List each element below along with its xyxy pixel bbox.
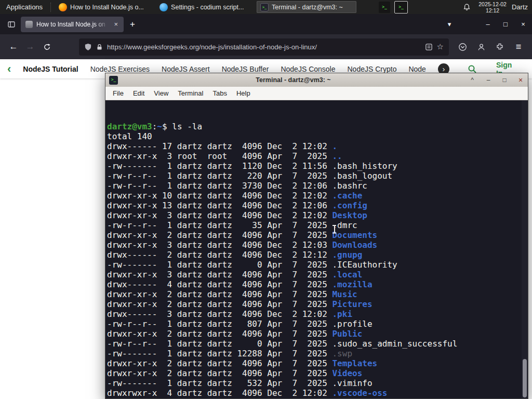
taskbar-button-codium[interactable]: Settings - codium script... bbox=[156, 1, 256, 13]
site-nav-item[interactable]: NodeJS Crypto bbox=[348, 65, 397, 73]
terminal-window: >_ Terminal - dartz@vm3: ~ ^ – □ × FileE… bbox=[105, 73, 528, 399]
terminal-close-button[interactable]: × bbox=[517, 76, 524, 84]
notification-bell-icon[interactable] bbox=[460, 3, 473, 11]
account-icon[interactable] bbox=[473, 39, 489, 55]
terminal-line: -rw-r--r-- 1 dartz dartz 220 Apr 7 2025 … bbox=[107, 171, 521, 181]
url-bar[interactable]: https://www.geeksforgeeks.org/node-js/in… bbox=[79, 38, 449, 56]
terminal-line: drwxrwxr-x 4 dartz dartz 4096 Dec 2 12:0… bbox=[107, 388, 521, 398]
site-nav-item[interactable]: NodeJS Exercises bbox=[90, 65, 150, 73]
back-button[interactable]: ← bbox=[5, 39, 22, 55]
terminal-line: drwxr-xr-x 13 dartz dartz 4096 Dec 2 12:… bbox=[107, 201, 521, 210]
terminal-line: -rw------- 1 dartz dartz 12288 Apr 7 202… bbox=[107, 349, 521, 358]
terminal-line: drwxr-xr-x 3 dartz dartz 4096 Apr 7 2025… bbox=[107, 270, 521, 280]
browser-maximize-button[interactable]: □ bbox=[497, 20, 514, 28]
terminal-line: -rw------- 1 dartz dartz 532 Apr 7 2025 … bbox=[107, 378, 521, 388]
browser-minimize-button[interactable]: – bbox=[479, 20, 497, 28]
system-tray: >_ >_ bbox=[379, 1, 408, 14]
taskbar-button-label: Terminal - dartz@vm3: ~ bbox=[272, 4, 343, 11]
tab-title: How to Install Node.js on bbox=[36, 21, 109, 28]
terminal-title-bar[interactable]: >_ Terminal - dartz@vm3: ~ ^ – □ × bbox=[105, 73, 528, 87]
terminal-app-icon: >_ bbox=[109, 76, 118, 85]
clock[interactable]: 2025-12-02 12:12 bbox=[478, 1, 507, 14]
terminal-line: drwx------ 4 dartz dartz 4096 Apr 7 2025… bbox=[107, 280, 521, 289]
terminal-window-controls: ^ – □ × bbox=[469, 76, 524, 84]
shield-icon[interactable] bbox=[84, 43, 92, 51]
terminal-menu-terminal[interactable]: Terminal bbox=[173, 88, 208, 99]
codium-icon bbox=[159, 3, 168, 11]
site-nav-item[interactable]: NodeJS Assert bbox=[162, 65, 210, 73]
terminal-line: drwxr-xr-x 2 dartz dartz 4096 Apr 7 2025… bbox=[107, 289, 521, 299]
reload-button[interactable] bbox=[38, 39, 55, 55]
new-tab-button[interactable]: + bbox=[130, 19, 135, 30]
terminal-line: drwxr-xr-x 3 dartz dartz 4096 Dec 2 12:0… bbox=[107, 240, 521, 250]
terminal-line: dartz@vm3:~$ ls -la bbox=[107, 122, 521, 131]
terminal-scrollbar-thumb[interactable] bbox=[523, 359, 527, 397]
site-nav-item[interactable]: NodeJS Buffer bbox=[222, 65, 269, 73]
terminal-line: drwxr-xr-x 10 dartz dartz 4096 Dec 2 12:… bbox=[107, 191, 521, 201]
terminal-line: drwxr-xr-x 2 dartz dartz 4096 Apr 7 2025… bbox=[107, 358, 521, 368]
terminal-scrollbar[interactable] bbox=[522, 100, 528, 398]
terminal-line: drwx------ 2 dartz dartz 4096 Dec 2 12:1… bbox=[107, 250, 521, 260]
tab-close-icon[interactable]: × bbox=[113, 20, 119, 28]
site-nav-items: NodeJS TutorialNodeJS ExercisesNodeJS As… bbox=[23, 65, 426, 73]
applications-menu[interactable]: Applications bbox=[0, 0, 49, 14]
terminal-icon: >_ bbox=[260, 3, 269, 11]
terminal-line: -rw------- 1 dartz dartz 48 Dec 2 10:39 … bbox=[107, 398, 521, 398]
taskbar-button-firefox[interactable]: How to Install Node.js o... bbox=[55, 1, 155, 13]
nav-scroll-left-icon[interactable]: ‹ bbox=[7, 64, 11, 74]
extensions-puzzle-icon[interactable] bbox=[491, 39, 508, 55]
terminal-line: drwxr-xr-x 2 dartz dartz 4096 Apr 7 2025… bbox=[107, 368, 521, 378]
tray-terminal-selected-icon[interactable]: >_ bbox=[394, 1, 408, 14]
top-panel: Applications How to Install Node.js o...… bbox=[0, 0, 532, 14]
site-nav-item[interactable]: NodeJS Tutorial bbox=[23, 65, 78, 73]
forward-button[interactable]: → bbox=[22, 39, 38, 55]
applications-label: Applications bbox=[6, 3, 43, 11]
desktop: Applications How to Install Node.js o...… bbox=[0, 0, 532, 399]
terminal-minimize-button[interactable]: – bbox=[485, 76, 492, 84]
terminal-menu-file[interactable]: File bbox=[108, 88, 128, 99]
taskbar-button-label: How to Install Node.js o... bbox=[70, 4, 144, 11]
bell-icon bbox=[463, 3, 471, 11]
firefox-icon bbox=[59, 3, 67, 11]
terminal-line: drwxr-xr-x 2 dartz dartz 4096 Apr 7 2025… bbox=[107, 329, 521, 339]
site-search-icon[interactable] bbox=[468, 64, 477, 74]
firefox-view-icon[interactable] bbox=[7, 20, 16, 29]
terminal-menu-view[interactable]: View bbox=[149, 88, 173, 99]
url-text: https://www.geeksforgeeks.org/node-js/in… bbox=[107, 43, 421, 51]
terminal-menu-bar: FileEditViewTerminalTabsHelp bbox=[105, 87, 528, 100]
terminal-output[interactable]: dartz@vm3:~$ ls -latotal 140drwx------ 1… bbox=[105, 100, 528, 398]
site-nav-item[interactable]: NodeJS DNS bbox=[408, 65, 426, 73]
terminal-shade-button[interactable]: ^ bbox=[469, 76, 476, 84]
terminal-menu-help[interactable]: Help bbox=[232, 88, 255, 99]
pocket-icon[interactable] bbox=[454, 39, 471, 55]
terminal-line: -rw-r--r-- 1 dartz dartz 3730 Dec 2 12:0… bbox=[107, 181, 521, 191]
browser-close-button[interactable]: × bbox=[514, 20, 532, 28]
menu-hamburger-icon[interactable]: ≡ bbox=[510, 39, 527, 55]
terminal-line: drwx------ 3 dartz dartz 4096 Dec 2 12:0… bbox=[107, 309, 521, 319]
terminal-menu-tabs[interactable]: Tabs bbox=[208, 88, 231, 99]
terminal-line: -rw------- 1 dartz dartz 0 Apr 7 2025 .I… bbox=[107, 260, 521, 270]
taskbar-button-terminal[interactable]: >_Terminal - dartz@vm3: ~ bbox=[257, 1, 356, 13]
terminal-line: total 140 bbox=[107, 131, 521, 141]
terminal-line: drwxr-xr-x 3 dartz dartz 4096 Dec 2 12:0… bbox=[107, 210, 521, 220]
terminal-line: drwxr-xr-x 2 dartz dartz 4096 Apr 7 2025… bbox=[107, 299, 521, 309]
clock-time: 12:12 bbox=[478, 7, 507, 14]
site-nav-item[interactable]: NodeJS Console bbox=[281, 65, 335, 73]
terminal-line: -rw------- 1 dartz dartz 1120 Dec 2 11:5… bbox=[107, 161, 521, 171]
tab-favicon bbox=[25, 21, 33, 28]
list-all-tabs-icon[interactable]: ▾ bbox=[441, 20, 458, 28]
reader-mode-icon[interactable] bbox=[425, 43, 433, 51]
bookmark-star-icon[interactable]: ☆ bbox=[437, 42, 444, 51]
terminal-title: Terminal - dartz@vm3: ~ bbox=[122, 76, 464, 84]
lock-icon[interactable] bbox=[96, 44, 103, 50]
terminal-menu-edit[interactable]: Edit bbox=[128, 88, 149, 99]
terminal-line: drwx------ 17 dartz dartz 4096 Dec 2 12:… bbox=[107, 141, 521, 151]
reload-icon bbox=[43, 43, 51, 51]
terminal-line: -rw-r--r-- 1 dartz dartz 807 Apr 7 2025 … bbox=[107, 319, 521, 329]
window-controls: ▾ – □ × bbox=[441, 20, 532, 28]
panel-separator bbox=[50, 3, 53, 12]
toolbar-extensions: ≡ bbox=[454, 39, 527, 55]
tray-terminal-icon[interactable]: >_ bbox=[379, 2, 390, 13]
browser-tab[interactable]: How to Install Node.js on × bbox=[21, 17, 124, 32]
terminal-maximize-button[interactable]: □ bbox=[501, 76, 508, 84]
